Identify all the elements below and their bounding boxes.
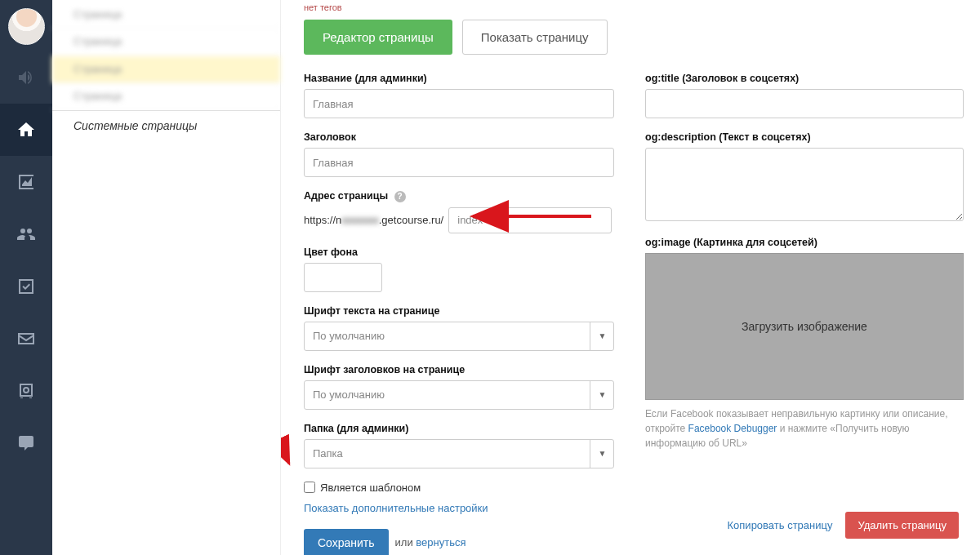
url-prefix: https://nxxxxxxx.getcourse.ru/: [304, 214, 443, 226]
no-tags-label: нет тегов: [304, 0, 964, 20]
is-template-label: Является шаблоном: [320, 482, 421, 494]
nav-mail-icon[interactable]: [0, 313, 52, 365]
nav-chart-icon[interactable]: [0, 156, 52, 208]
bgcolor-label: Цвет фона: [304, 246, 614, 258]
page-title-input[interactable]: [304, 148, 614, 177]
heading-font-select[interactable]: [304, 380, 614, 410]
ogdescription-label: og:description (Текст в соцсетях): [645, 131, 964, 143]
ogdescription-textarea[interactable]: [645, 148, 964, 221]
svg-line-1: [281, 90, 289, 464]
text-font-select[interactable]: [304, 322, 614, 351]
sidenav: [0, 0, 52, 555]
facebook-debugger-link[interactable]: Facebook Debugger: [688, 423, 777, 434]
is-template-checkbox[interactable]: [304, 482, 315, 493]
avatar[interactable]: [8, 8, 45, 45]
nav-safe-icon[interactable]: [0, 365, 52, 417]
page-list-item[interactable]: Страница: [52, 83, 280, 110]
chevron-down-icon: ▼: [590, 322, 614, 351]
editor-tab-button[interactable]: Редактор страницы: [304, 20, 452, 55]
page-slug-input[interactable]: [448, 207, 612, 233]
admin-name-input[interactable]: [304, 89, 614, 118]
save-button[interactable]: Сохранить: [304, 529, 389, 555]
copy-page-link[interactable]: Копировать страницу: [728, 519, 833, 531]
page-title-label: Заголовок: [304, 131, 614, 143]
admin-name-label: Название (для админки): [304, 73, 614, 84]
system-pages-link[interactable]: Системные страницы: [52, 110, 280, 140]
page-list-item[interactable]: Страница: [52, 29, 280, 56]
page-list-item[interactable]: Страница: [52, 56, 280, 83]
facebook-note: Если Facebook показывает неправильную ка…: [645, 406, 964, 451]
bgcolor-input[interactable]: [304, 263, 382, 292]
help-icon[interactable]: ?: [394, 191, 406, 202]
ogtitle-input[interactable]: [645, 89, 964, 118]
page-list-item[interactable]: Страница: [52, 2, 280, 29]
heading-font-label: Шрифт заголовков на странице: [304, 364, 614, 375]
ogimage-upload-area[interactable]: Загрузить изображение: [645, 253, 964, 400]
delete-page-button[interactable]: Удалить страницу: [845, 512, 959, 539]
nav-users-icon[interactable]: [0, 208, 52, 260]
folder-label: Папка (для админки): [304, 423, 614, 434]
main-content: нет тегов Редактор страницы Показать стр…: [281, 0, 980, 555]
nav-chat-icon[interactable]: [0, 417, 52, 469]
back-link[interactable]: вернуться: [416, 536, 466, 548]
nav-sound-icon[interactable]: [0, 51, 52, 104]
show-page-button[interactable]: Показать страницу: [462, 20, 608, 55]
ogtitle-label: og:title (Заголовок в соцсетях): [645, 73, 964, 84]
text-font-label: Шрифт текста на странице: [304, 305, 614, 317]
page-list: Страница Страница Страница Страница Сист…: [52, 0, 281, 555]
chevron-down-icon: ▼: [590, 439, 614, 468]
ogimage-label: og:image (Картинка для соцсетей): [645, 237, 964, 248]
page-address-label: Адрес страницы ?: [304, 190, 614, 202]
show-advanced-link[interactable]: Показать дополнительные настройки: [304, 502, 614, 514]
nav-home-icon[interactable]: [0, 104, 52, 156]
or-text: или вернуться: [395, 536, 466, 548]
folder-select[interactable]: [304, 439, 614, 468]
chevron-down-icon: ▼: [590, 380, 614, 410]
nav-check-icon[interactable]: [0, 260, 52, 313]
